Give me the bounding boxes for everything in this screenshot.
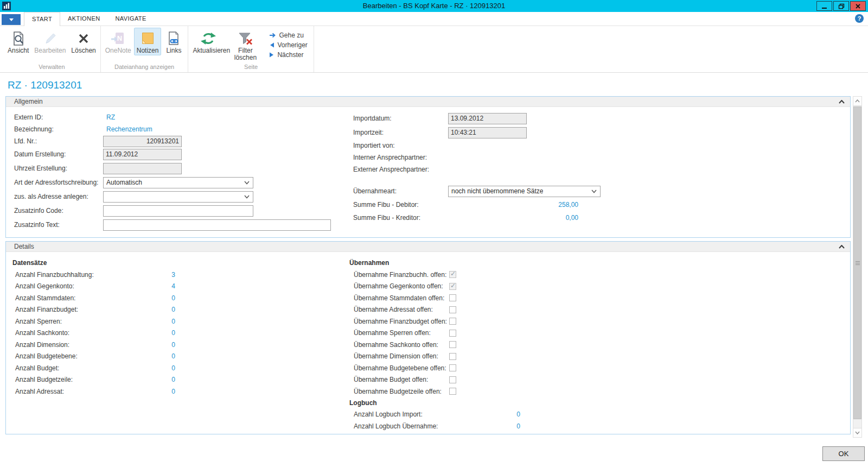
scrollbar-thumb[interactable] [853,106,861,419]
uebernahme-checkbox[interactable]: ✓ [449,364,456,371]
onenote-label: OneNote [105,47,131,54]
detail-row-value[interactable]: 0 [171,294,175,302]
section-details-header[interactable]: Details [6,242,850,252]
detail-row-value[interactable]: 3 [171,271,175,279]
section-allgemein-title: Allgemein [14,98,43,105]
extern-id-label: Extern ID: [14,113,103,121]
detail-stat-row: Anzahl Sachkonto: 0 [12,327,175,339]
vertical-scrollbar[interactable] [853,96,862,438]
summe-fibu-debitor-value[interactable]: 258,00 [448,201,578,209]
bearbeiten-button[interactable]: Bearbeiten [31,28,68,55]
group-label-seite: Seite [190,63,311,72]
adressfortschreibung-select[interactable]: Automatisch [103,177,253,188]
importiert-von-label: Importiert von: [348,142,448,149]
tab-aktionen[interactable]: AKTIONEN [60,12,107,26]
collapse-chevron-icon[interactable] [839,245,845,249]
uebernahme-row: Übernahme Stammdaten offen: ✓ [349,292,520,304]
uebernahme-checkbox[interactable]: ✓ [449,318,456,325]
uebernahme-checkbox[interactable]: ✓ [449,353,456,360]
ribbon: Ansicht Bearbeiten Löschen Verwalten N [0,26,868,73]
close-icon [855,3,861,9]
uebernahme-checkbox[interactable]: ✓ [449,271,456,278]
detail-row-value[interactable]: 4 [171,282,175,290]
importzeit-input[interactable] [448,127,527,138]
collapse-chevron-icon[interactable] [839,100,845,104]
bezeichnung-value[interactable]: Rechenzentrum [103,125,152,133]
group-label-verwalten: Verwalten [5,63,99,72]
importzeit-label: Importzeit: [348,129,448,136]
restore-button[interactable] [833,1,849,11]
ribbon-tab-row: START AKTIONEN NAVIGATE ? [0,12,868,26]
uebernahmen-heading: Übernahmen [349,258,520,269]
zusatzinfo-code-input[interactable] [103,205,253,217]
detail-row-value[interactable]: 0 [171,352,175,360]
section-allgemein-header[interactable]: Allgemein [6,97,850,107]
uebernahme-checkbox[interactable]: ✓ [449,330,456,337]
detail-row-label: Anzahl Logbuch Import: [354,411,423,418]
uebernahme-label: Übernahme Finanzbuchh. offen: [354,271,449,279]
detail-row-value[interactable]: 0 [516,411,520,418]
summe-fibu-kreditor-value[interactable]: 0,00 [448,214,578,222]
close-button[interactable] [850,1,866,11]
section-allgemein: Allgemein Extern ID: RZ Bezeichnung: Rec… [5,96,851,238]
window-title: Bearbeiten - BS Kopf Karte - RZ · 120913… [0,0,868,12]
detail-row-value[interactable]: 0 [516,422,520,430]
scroll-up-button[interactable] [853,97,861,106]
detail-row-value[interactable]: 0 [171,306,175,313]
importdatum-input[interactable] [448,113,527,124]
uebernahme-checkbox[interactable]: ✓ [449,341,456,348]
detail-row-value[interactable]: 0 [171,388,175,395]
datensaetze-heading: Datensätze [12,258,175,269]
uebernahme-row: Übernahme Finanzbuchh. offen: ✓ [349,269,520,281]
detail-stat-row: Anzahl Logbuch Übernahme: 0 [349,420,520,432]
detail-row-label: Anzahl Logbuch Übernahme: [354,422,438,430]
detail-row-label: Anzahl Sperren: [15,318,62,325]
datum-erstellung-input[interactable] [103,149,182,160]
aktualisieren-button[interactable]: Aktualisieren [190,28,227,55]
filter-loeschen-button[interactable]: Filter löschen [227,28,264,62]
scroll-down-button[interactable] [853,428,861,437]
uebernahme-checkbox[interactable]: ✓ [449,388,456,395]
gehe-zu-button[interactable]: Gehe zu [269,31,307,39]
uhrzeit-erstellung-input[interactable] [103,163,182,174]
naechster-button[interactable]: Nächster [269,51,307,59]
check-icon: ✓ [450,270,456,277]
detail-row-value[interactable]: 0 [171,318,175,325]
lfd-nr-input[interactable] [103,136,182,147]
minimize-button[interactable] [816,1,832,11]
detail-row-label: Anzahl Adressat: [15,388,64,395]
gehe-zu-label: Gehe zu [279,31,303,39]
tab-navigate[interactable]: NAVIGATE [107,12,154,26]
uebernahme-checkbox[interactable]: ✓ [449,306,456,313]
select-chevron-icon [591,190,597,193]
uebernahmeart-label: Übernahmeart: [348,187,448,195]
vorheriger-button[interactable]: Vorheriger [269,41,307,49]
detail-row-value[interactable]: 0 [171,341,175,349]
uebernahme-checkbox[interactable]: ✓ [449,294,456,301]
onenote-button[interactable]: N OneNote [103,28,134,55]
notizen-button[interactable]: Notizen [134,28,162,55]
detail-stat-row: Anzahl Sperren: 0 [12,315,175,327]
detail-row-value[interactable]: 0 [171,376,175,383]
ansicht-button[interactable]: Ansicht [5,28,31,55]
interner-ansprechpartner-label: Interner Ansprechpartner: [348,154,448,161]
vorheriger-label: Vorheriger [277,41,307,49]
uebernahme-checkbox[interactable]: ✓ [449,283,456,290]
detail-row-value[interactable]: 0 [171,329,175,337]
adresse-anlegen-select[interactable] [103,191,253,203]
links-button[interactable]: Links [161,28,186,55]
ok-button[interactable]: OK [822,446,865,461]
tab-start[interactable]: START [24,12,60,27]
detail-row-value[interactable]: 0 [171,364,175,372]
loeschen-button[interactable]: Löschen [68,28,98,55]
application-menu-button[interactable] [2,14,21,25]
ribbon-group-dateianhang: N OneNote Notizen Links Dateianhang anze… [101,26,189,72]
uebernahme-checkbox[interactable]: ✓ [449,376,456,383]
uebernahmeart-value: noch nicht übernommene Sätze [451,187,543,195]
help-button[interactable]: ? [855,14,864,23]
zusatzinfo-text-input[interactable] [103,219,331,231]
detail-row-label: Anzahl Sachkonto: [15,329,69,337]
uebernahmeart-select[interactable]: noch nicht übernommene Sätze [448,186,601,197]
extern-id-value[interactable]: RZ [103,113,115,121]
view-document-icon [10,30,27,47]
